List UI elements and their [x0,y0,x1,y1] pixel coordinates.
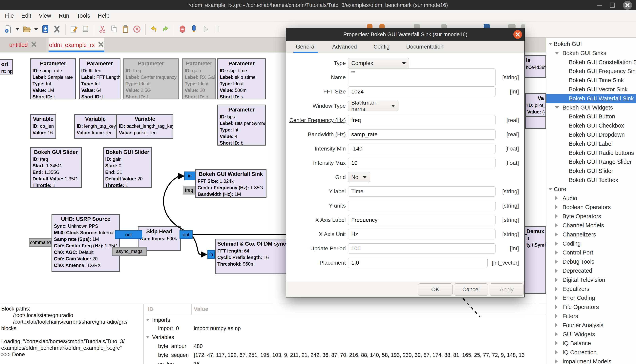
block-import-clipped[interactable]: ortrt: np [0,59,13,74]
new-flowgraph-button[interactable] [3,23,14,36]
sidebar-item-bokeh-gui-label[interactable]: Bokeh GUI Label [546,140,636,148]
sidebar-item-bokeh-gui[interactable]: Bokeh GUI [546,40,636,49]
block-clipped-demux[interactable]: Demux3ty / Symb [524,226,546,294]
save-button[interactable] [40,23,51,36]
expanded-triangle-icon[interactable] [548,43,552,45]
collapsed-triangle-icon[interactable] [555,287,558,291]
expanded-triangle-icon[interactable] [146,336,149,338]
minimize-icon[interactable] [597,5,602,6]
collapsed-triangle-icon[interactable] [555,314,558,318]
placement-input[interactable] [348,258,488,268]
expanded-triangle-icon[interactable] [548,188,552,190]
tab-close-icon[interactable] [98,42,104,49]
uhd-command-port[interactable]: command [29,238,52,247]
sidebar-item-channelizers[interactable]: Channelizers [546,230,636,239]
sidebar-item-impairment-models[interactable]: Impairment Models [546,357,636,364]
block-bokeh-gui-waterfall-sink[interactable]: Bokeh GUI Waterfall SinkFFT Size: 1.024k… [195,169,267,198]
cancel-button[interactable]: Cancel [454,284,488,296]
menu-edit[interactable]: Edit [18,12,35,19]
sidebar-item-bokeh-gui-waterfall-sink[interactable]: Bokeh GUI Waterfall Sink [546,94,636,103]
copy-button[interactable] [108,23,120,36]
vartable-row-import-0[interactable]: import_0import numpy as np [144,324,546,332]
collapsed-triangle-icon[interactable] [555,269,558,273]
block-variable-packet-length-tag-key[interactable]: VariableID: packet_length_tag_keyValue: … [117,114,173,139]
collapsed-triangle-icon[interactable] [555,260,558,264]
y-label-input[interactable] [348,186,495,197]
new-flowgraph-dropdown[interactable] [16,28,19,30]
sidebar-item-bokeh-gui-textbox[interactable]: Bokeh GUI Textbox [546,176,636,185]
dialog-tab-documentation[interactable]: Documentation [404,40,446,53]
type-combo[interactable]: Complex [348,58,409,68]
intensity-max-input[interactable] [348,158,495,168]
dialog-tab-advanced[interactable]: Advanced [330,40,359,53]
collapsed-triangle-icon[interactable] [555,332,558,336]
collapsed-triangle-icon[interactable] [555,242,558,246]
sidebar-item-byte-operators[interactable]: Byte Operators [546,212,636,221]
collapsed-triangle-icon[interactable] [555,196,558,200]
edit-properties-button[interactable] [68,23,80,36]
tab-close-icon[interactable] [31,42,37,49]
vartable-row-byte-sequen[interactable]: byte_sequen[172, 47, 117, 192, 67, 251, … [144,351,546,359]
menu-file[interactable]: File [1,12,18,19]
open-flowgraph-dropdown[interactable] [34,28,38,30]
bandwidth-hz-input[interactable] [348,129,495,140]
sidebar-item-bokeh-gui-dropdown[interactable]: Bokeh GUI Dropdown [546,130,636,140]
menu-view[interactable]: View [35,12,55,19]
vartable-row-byte-amour[interactable]: byte_amour480 [144,342,546,350]
sidebar-item-bokeh-gui-sinks[interactable]: Bokeh GUI Sinks [546,49,636,58]
collapsed-triangle-icon[interactable] [555,360,558,364]
close-tab-button[interactable] [51,23,63,36]
collapsed-triangle-icon[interactable] [555,350,558,354]
screen-capture-button[interactable] [80,23,91,36]
menu-run[interactable]: Run [55,12,73,19]
uhd-async-msgs-port[interactable]: async_msgs [112,247,147,256]
sidebar-item-bokeh-gui-checkbox[interactable]: Bokeh GUI Checkbox [546,121,636,130]
sidebar-item-equalizers[interactable]: Equalizers [546,284,636,294]
sidebar-item-audio[interactable]: Audio [546,194,636,203]
errors-button[interactable] [177,23,188,36]
expanded-triangle-icon[interactable] [555,52,559,54]
sidebar-item-filters[interactable]: Filters [546,312,636,321]
update-period-input[interactable] [348,244,495,254]
paste-button[interactable] [120,23,131,36]
sidebar-item-fourier-analysis[interactable]: Fourier Analysis [546,321,636,330]
block-schmidl-cox-ofdm-synch[interactable]: Schmidl & Cox OFDM synch.FFT length: 64C… [215,239,287,274]
grid-combo[interactable]: No [348,172,370,182]
vartable-row-cp-len[interactable]: cp_len16 [144,360,546,364]
sidebar-item-channel-models[interactable]: Channel Models [546,221,636,230]
schmidl-in-port[interactable]: in [207,250,215,259]
collapsed-triangle-icon[interactable] [555,305,558,309]
collapsed-triangle-icon[interactable] [555,205,558,209]
skip-head-out-port[interactable]: out [180,230,193,239]
ok-button[interactable]: OK [418,284,452,296]
sidebar-item-bokeh-gui-time-sink[interactable]: Bokeh GUI Time Sink [546,76,636,85]
expanded-triangle-icon[interactable] [555,106,559,109]
block-uhd-usrp-source[interactable]: UHD: USRP SourceSync: Unknown PPSMb0: Cl… [52,214,120,272]
sidebar-item-bokeh-gui-radio-buttons[interactable]: Bokeh GUI Radio buttons [546,148,636,158]
block-parameter-skip-time[interactable]: ParameterID: skip_timeLabel: skip stimeT… [217,58,266,100]
sidebar-item-coding[interactable]: Coding [546,239,636,248]
sidebar-item-bokeh-gui-range-slider[interactable]: Bokeh GUI Range Slider [546,158,636,166]
x-axis-unit-input[interactable] [348,229,495,240]
collapsed-triangle-icon[interactable] [555,278,558,282]
sidebar-item-control-port[interactable]: Control Port [546,248,636,257]
sidebar-item-error-coding[interactable]: Error Coding [546,294,636,302]
sidebar-item-gui-widgets[interactable]: GUI Widgets [546,330,636,339]
collapsed-triangle-icon[interactable] [555,341,558,345]
block-clipped-variable-pilot[interactable]: VaID: pilot_Value: (- [525,93,546,116]
center-frequency-hz-input[interactable] [348,115,495,125]
delete-button[interactable] [131,23,143,36]
sidebar-item-debug-tools[interactable]: Debug Tools [546,257,636,266]
name-input[interactable]: "" [348,68,495,86]
waterfall-freq-port[interactable]: freq [183,186,195,194]
collapsed-triangle-icon[interactable] [555,323,558,327]
apply-button[interactable]: Apply [490,284,524,296]
block-bokeh-gui-slider-freq[interactable]: Bokeh GUI SliderID: freqStart: 1.345GEnd… [30,147,82,188]
open-flowgraph-button[interactable] [21,23,33,36]
block-bokeh-gui-slider-gain[interactable]: Bokeh GUI SliderID: gainStart: 0End: 31D… [103,147,152,188]
redo-button[interactable] [160,23,171,36]
dialog-tab-config[interactable]: Config [371,40,392,53]
sidebar-item-iq-correction[interactable]: IQ Correction [546,348,636,357]
undo-button[interactable] [148,23,160,36]
expanded-triangle-icon[interactable] [146,319,149,321]
